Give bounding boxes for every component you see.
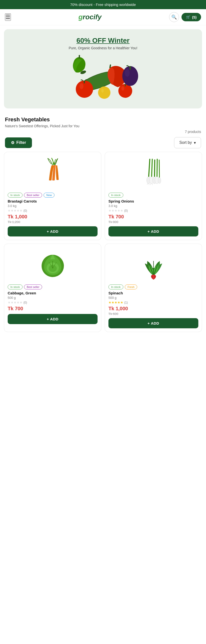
price-row: Tk 700 bbox=[8, 306, 98, 312]
svg-line-24 bbox=[159, 160, 160, 179]
product-card: In stock Fresh Spinach 500 g ★★★★★ (1) T… bbox=[105, 244, 202, 332]
section-meta: 7 products bbox=[5, 130, 201, 134]
cart-button[interactable]: 🛒 (5) bbox=[182, 13, 201, 21]
price-row: Tk 1,000 Tk 1,200 bbox=[8, 214, 98, 224]
price-current: Tk 1,000 bbox=[8, 214, 98, 220]
product-name: Cabbage, Green bbox=[8, 291, 98, 295]
price-row: Tk 1,000 Tk 600 bbox=[108, 306, 198, 316]
product-badges: In stock bbox=[108, 193, 198, 198]
badge-bestseller: Best seller bbox=[24, 284, 42, 290]
hero-subtitle: Pure, Organic Goodness for a Healthier Y… bbox=[9, 46, 197, 50]
header-actions: 🔍 🛒 (5) bbox=[169, 12, 201, 22]
product-name: Spinach bbox=[108, 291, 198, 295]
svg-rect-7 bbox=[84, 80, 85, 84]
chevron-down-icon: ▾ bbox=[194, 140, 196, 145]
price-current: Tk 1,000 bbox=[108, 306, 198, 312]
product-image bbox=[108, 156, 198, 190]
product-image bbox=[8, 156, 98, 190]
section-title: Fresh Vegetables bbox=[5, 116, 201, 123]
banner-text: 70% discount - Free shipping worldwide bbox=[70, 2, 136, 7]
header: ☰ grocify 🔍 🛒 (5) bbox=[0, 9, 206, 25]
svg-point-9 bbox=[121, 86, 124, 90]
filter-icon: ⚙ bbox=[11, 140, 14, 145]
svg-point-29 bbox=[158, 178, 161, 184]
svg-line-33 bbox=[152, 184, 152, 185]
product-name: Spring Onions bbox=[108, 199, 198, 203]
svg-line-23 bbox=[157, 159, 157, 179]
product-name: Brastagi Carrots bbox=[8, 199, 98, 203]
product-image bbox=[8, 247, 98, 282]
sort-label: Sort by bbox=[179, 140, 192, 145]
cart-icon: 🛒 bbox=[186, 15, 191, 19]
price-original: Tk 1,200 bbox=[8, 220, 98, 224]
product-image bbox=[108, 247, 198, 282]
badge-bestseller: Best seller bbox=[24, 193, 42, 198]
svg-rect-16 bbox=[79, 55, 80, 58]
badge-instock: In stock bbox=[108, 193, 123, 198]
add-to-cart-button[interactable]: + ADD bbox=[108, 318, 198, 328]
filter-sort-bar: ⚙ Filter Sort by ▾ bbox=[0, 134, 206, 152]
svg-rect-15 bbox=[130, 66, 131, 70]
svg-line-30 bbox=[147, 183, 148, 185]
price-original: Tk 600 bbox=[108, 312, 198, 316]
svg-rect-10 bbox=[125, 84, 126, 86]
product-card: In stock Spring Onions 3.0 kg ★★★★★ (0) … bbox=[105, 152, 202, 240]
add-to-cart-button[interactable]: + ADD bbox=[8, 314, 98, 324]
svg-line-21 bbox=[152, 159, 152, 179]
svg-line-22 bbox=[154, 160, 155, 179]
badge-fresh: Fresh bbox=[125, 284, 137, 290]
product-weight: 500 g bbox=[108, 296, 198, 300]
badge-instock: In stock bbox=[8, 284, 22, 290]
product-rating: ★★★★★ (0) bbox=[108, 209, 198, 212]
vegetables-illustration bbox=[61, 52, 145, 102]
price-current: Tk 700 bbox=[108, 214, 198, 220]
svg-line-20 bbox=[148, 159, 150, 179]
price-current: Tk 700 bbox=[8, 306, 98, 312]
svg-line-32 bbox=[150, 184, 151, 185]
product-rating: ★★★★★ (1) bbox=[108, 300, 198, 304]
product-badges: In stock Best seller bbox=[8, 284, 98, 290]
cart-count: (5) bbox=[192, 15, 196, 19]
svg-point-11 bbox=[98, 86, 110, 99]
filter-label: Filter bbox=[16, 140, 26, 145]
search-button[interactable]: 🔍 bbox=[169, 12, 179, 22]
badge-new: New bbox=[44, 193, 54, 198]
top-banner: 70% discount - Free shipping worldwide bbox=[0, 0, 206, 9]
add-to-cart-button[interactable]: + ADD bbox=[8, 226, 98, 236]
search-icon: 🔍 bbox=[171, 14, 177, 20]
price-row: Tk 700 Tk 800 bbox=[108, 214, 198, 224]
price-original: Tk 800 bbox=[108, 220, 198, 224]
product-weight: 500 g bbox=[8, 296, 98, 300]
product-card: In stock Best seller Cabbage, Green 500 … bbox=[4, 244, 101, 332]
badge-instock: In stock bbox=[8, 193, 22, 198]
product-weight: 3.0 kg bbox=[108, 204, 198, 208]
section-description: Nature's Sweetest Offerings, Picked Just… bbox=[5, 124, 201, 129]
product-rating: ★★★★★ (0) bbox=[8, 209, 98, 212]
sort-button[interactable]: Sort by ▾ bbox=[174, 137, 201, 148]
product-card: In stock Best seller New Brastagi Carrot… bbox=[4, 152, 101, 240]
spinach-image bbox=[139, 248, 168, 281]
hero-text: 60% OFF Winter Pure, Organic Goodness fo… bbox=[9, 37, 197, 50]
product-badges: In stock Best seller New bbox=[8, 193, 98, 198]
product-count: 7 products bbox=[185, 130, 201, 134]
spring-onions-image bbox=[139, 157, 168, 189]
badge-instock: In stock bbox=[108, 284, 123, 290]
svg-point-12 bbox=[101, 89, 104, 92]
product-badges: In stock Fresh bbox=[108, 284, 198, 290]
svg-rect-41 bbox=[153, 274, 154, 280]
svg-point-6 bbox=[80, 83, 84, 89]
hero-image bbox=[9, 52, 197, 102]
filter-button[interactable]: ⚙ Filter bbox=[5, 138, 32, 148]
hero-banner: 60% OFF Winter Pure, Organic Goodness fo… bbox=[4, 29, 202, 108]
hero-title: 60% OFF Winter bbox=[9, 37, 197, 44]
add-to-cart-button[interactable]: + ADD bbox=[108, 226, 198, 236]
logo: grocify bbox=[78, 13, 102, 21]
product-weight: 3.0 kg bbox=[8, 204, 98, 208]
cabbage-image bbox=[38, 248, 68, 281]
section-header: Fresh Vegetables Nature's Sweetest Offer… bbox=[0, 112, 206, 134]
carrots-image bbox=[38, 157, 68, 189]
menu-button[interactable]: ☰ bbox=[5, 13, 11, 21]
product-rating: ★★★★★ (0) bbox=[8, 300, 98, 304]
svg-point-14 bbox=[125, 69, 130, 77]
product-grid: In stock Best seller New Brastagi Carrot… bbox=[0, 152, 206, 340]
